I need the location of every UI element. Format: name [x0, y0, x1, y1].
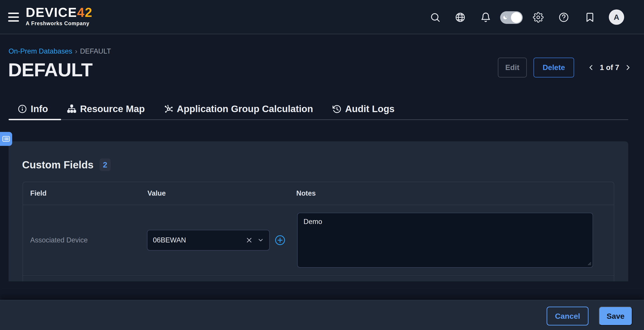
chevron-down-icon[interactable]	[258, 237, 264, 243]
breadcrumb-parent-link[interactable]: On-Prem Databases	[8, 47, 72, 55]
user-avatar[interactable]: A	[609, 9, 624, 25]
toggle-knob	[511, 12, 522, 23]
resize-grip-icon[interactable]	[586, 260, 592, 266]
tab-resource-map[interactable]: Resource Map	[58, 98, 154, 120]
info-icon	[18, 104, 27, 114]
hub-network-icon	[164, 104, 173, 114]
side-panel-toggle-button[interactable]	[0, 132, 12, 146]
column-header-field: Field	[23, 189, 140, 197]
field-name-label: Associated Device	[30, 236, 88, 244]
breadcrumb: On-Prem Databases › DEFAULT	[8, 47, 111, 55]
help-icon[interactable]	[558, 12, 569, 23]
custom-fields-header: Custom Fields 2	[22, 159, 111, 171]
clear-selection-icon[interactable]	[246, 237, 252, 244]
breadcrumb-current: DEFAULT	[80, 47, 111, 55]
history-icon	[332, 104, 342, 114]
active-tab-indicator	[8, 119, 61, 120]
add-device-button[interactable]	[275, 235, 286, 246]
sitemap-icon	[67, 104, 76, 114]
list-panel-icon	[2, 135, 10, 143]
pagination-label: 1 of 7	[600, 63, 619, 72]
save-button[interactable]: Save	[599, 307, 632, 326]
tab-application-group-calculation[interactable]: Application Group Calculation	[155, 98, 322, 120]
bookmark-icon[interactable]	[584, 12, 595, 23]
custom-fields-table: Field Value Notes Associated Device 06BE…	[22, 182, 614, 281]
tab-audit-logs[interactable]: Audit Logs	[323, 98, 404, 120]
avatar-initial: A	[614, 13, 620, 22]
notifications-bell-icon[interactable]	[480, 12, 491, 23]
column-header-notes: Notes	[289, 189, 614, 197]
tab-track	[8, 119, 628, 120]
notes-textarea[interactable]: Demo	[297, 213, 593, 268]
tab-label: Application Group Calculation	[177, 104, 313, 114]
logo-text: DEVICE42	[26, 6, 92, 19]
dark-mode-toggle[interactable]	[500, 11, 523, 24]
tab-label: Audit Logs	[345, 104, 394, 114]
moon-icon	[502, 14, 508, 21]
action-footer: Cancel Save	[0, 300, 644, 330]
hamburger-menu-icon[interactable]	[8, 12, 19, 22]
custom-fields-count-badge: 2	[100, 159, 111, 171]
chevron-left-icon[interactable]	[588, 64, 595, 71]
column-header-value: Value	[140, 189, 289, 197]
tab-info[interactable]: Info	[8, 98, 57, 120]
device42-logo[interactable]: DEVICE42 A Freshworks Company	[26, 6, 92, 26]
associated-device-select[interactable]: 06BEWAN	[147, 230, 270, 251]
custom-fields-card: Custom Fields 2 Field Value Notes Associ…	[8, 141, 628, 281]
custom-fields-title: Custom Fields	[22, 159, 94, 171]
cancel-button[interactable]: Cancel	[546, 307, 588, 326]
top-bar: DEVICE42 A Freshworks Company	[0, 0, 644, 34]
delete-button[interactable]: Delete	[534, 58, 574, 77]
tab-bar: Info Resource Map	[8, 98, 404, 120]
tab-label: Resource Map	[80, 104, 145, 114]
table-row-partial	[23, 276, 614, 281]
page-title: DEFAULT	[8, 59, 92, 81]
edit-button[interactable]: Edit	[498, 58, 527, 77]
record-pagination: 1 of 7	[588, 58, 631, 77]
notes-field-wrapper: Demo	[297, 213, 593, 268]
breadcrumb-separator: ›	[75, 47, 77, 55]
tab-label: Info	[31, 104, 48, 114]
settings-gear-icon[interactable]	[533, 12, 544, 23]
table-row: Associated Device 06BEWAN	[23, 205, 614, 276]
select-value: 06BEWAN	[153, 236, 246, 244]
search-icon[interactable]	[430, 12, 440, 23]
chevron-right-icon[interactable]	[624, 64, 631, 71]
globe-icon[interactable]	[455, 12, 466, 23]
logo-tagline: A Freshworks Company	[26, 20, 92, 26]
table-header-row: Field Value Notes	[23, 182, 614, 205]
